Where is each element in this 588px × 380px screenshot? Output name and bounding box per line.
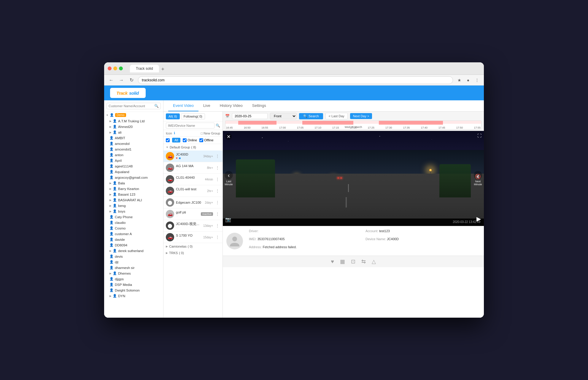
sidebar-item-atm[interactable]: ▶ 👤 A.T.M Truking Ltd [104, 118, 163, 124]
new-group-button[interactable]: □ New Group [201, 132, 220, 135]
tree-group-demo[interactable]: ▼ 👤 Demo [104, 112, 163, 118]
sidebar-item-claudio[interactable]: 👤 claudio [104, 220, 163, 225]
refresh-button[interactable]: ↻ [128, 77, 135, 84]
sidebar-item-bala[interactable]: ▶ 👤 Bala [104, 180, 163, 186]
video-fullscreen-button[interactable]: ⛶ [477, 133, 481, 138]
sidebar-item-argoxcoy[interactable]: 👤 argoxcoy@gmail.com [104, 175, 163, 180]
sidebar-item-amcendol1[interactable]: 👤 amcendol1 [104, 146, 163, 152]
sidebar-item-beng[interactable]: ▶ 👤 beng [104, 203, 163, 208]
device-time: 2day+ [205, 201, 213, 204]
browser-tab[interactable]: Track solid [130, 65, 159, 72]
sidebar-item-cosmo[interactable]: 👤 Cosmo [104, 225, 163, 231]
timeline-ruler[interactable]: 16:45 16:50 16:55 17:00 17:05 17:10 17:1… [225, 121, 481, 129]
grid-icon[interactable]: ▦ [340, 258, 345, 265]
checkbox-online[interactable] [183, 138, 187, 142]
capture-icon[interactable]: 📷 [225, 217, 231, 222]
sidebar-item-devis[interactable]: 👤 devis [104, 254, 163, 259]
more-button[interactable]: ⋮ [215, 176, 220, 182]
sidebar-item-djt[interactable]: 👤 djt [104, 259, 163, 265]
device-item-jc400d-vision[interactable]: ⬤ JC400D-视觉... ♡ 13day+ ⋮ [163, 220, 223, 232]
device-item-cl01-will[interactable]: 🚗 CL01-will test ♡ 2hr+ ⋮ [163, 185, 223, 197]
tab-live[interactable]: Live [198, 100, 215, 111]
tab-history-video[interactable]: History Video [215, 100, 247, 111]
camera-select[interactable]: Front Rear [270, 113, 297, 119]
sidebar-item-dharmesh[interactable]: 👤 dharmesh sir [104, 265, 163, 270]
group-header-default[interactable]: ▼ Default Group ( 8) [163, 144, 223, 151]
sidebar-item-basharat[interactable]: ▶ 👤 BASHARAT ALI [104, 197, 163, 203]
next-day-button[interactable]: Next Day > [350, 113, 372, 119]
time-label: 17:05 [297, 126, 304, 129]
forward-button[interactable]: → [118, 77, 125, 84]
more-button[interactable]: ⋮ [215, 211, 220, 217]
sidebar-search-input[interactable] [109, 104, 154, 108]
sidebar-item-ambit[interactable]: 👤 AMBIT [104, 135, 163, 141]
alert-icon[interactable]: △ [372, 258, 376, 265]
address-bar[interactable] [138, 76, 453, 84]
sidebar-item-amcendol[interactable]: 👤 amcendol [104, 141, 163, 146]
device-item-edgecam[interactable]: ⬤ Edgecam JC100 2day+ ⋮ [163, 197, 223, 208]
sidebar-item-dwight[interactable]: 👤 Dwight Solomon [104, 287, 163, 293]
sidebar-item-ahmed[interactable]: ▶ 👤 Ahmed20 [104, 124, 163, 129]
device-item-golf[interactable]: 🚗 golf pti ♡ Inactive ⋮ [163, 208, 223, 220]
sidebar-item-april[interactable]: 👤 April [104, 158, 163, 163]
device-item-cl01-40440[interactable]: 🚗 CL01-40440 ♡ 44min ⋮ [163, 174, 223, 185]
maximize-button[interactable] [119, 66, 123, 70]
group-header-camionetas[interactable]: ▶ Camionetas ( 0) [163, 243, 223, 250]
sidebar-item-boys[interactable]: ▶ 👤 boys [104, 208, 163, 214]
more-button[interactable]: ⋮ [215, 165, 220, 171]
sidebar-item-dd8094[interactable]: 👤 DD8094 [104, 242, 163, 248]
sidebar-item-anton[interactable]: 👤 anton [104, 152, 163, 158]
new-tab-button[interactable]: + [159, 66, 167, 72]
sidebar-item-derek[interactable]: ▶ 👤 derek sutherland [104, 248, 163, 254]
bookmark-icon[interactable]: ★ [456, 77, 463, 83]
sidebar-item-ali[interactable]: ▶ 👤 ali [104, 129, 163, 135]
more-button[interactable]: ⋮ [215, 234, 220, 240]
all-button[interactable]: All [172, 138, 180, 142]
last-day-button[interactable]: < Last Day [325, 113, 348, 119]
sidebar-item-aqualand[interactable]: 👤 Aqualand [104, 169, 163, 175]
filter-following-button[interactable]: Following( 0) [181, 113, 205, 119]
sidebar-item-basant[interactable]: ▶ 👤 Basant 123 [104, 191, 163, 197]
device-item-ag144ma[interactable]: 🚗 AG 144 MA ♡ 8hr+ ⋮ [163, 162, 223, 174]
close-button[interactable] [108, 66, 112, 70]
date-input[interactable] [232, 113, 268, 119]
device-search-input[interactable] [166, 123, 214, 129]
video-close-button[interactable]: ✕ [225, 133, 232, 140]
sidebar-item-davide[interactable]: 👤 davide [104, 237, 163, 242]
search-button[interactable]: 🔍 Search [299, 113, 323, 119]
checkbox-offline[interactable] [199, 138, 203, 142]
more-button[interactable]: ⋮ [215, 188, 220, 194]
device-meta: ♡ [176, 168, 205, 171]
sidebar-item-ageel[interactable]: 👤 ageel11148 [104, 163, 163, 169]
more-button[interactable]: ⋮ [215, 153, 220, 159]
share-icon[interactable]: ⇆ [361, 258, 366, 265]
icon-filter-row: Icon ℹ □ New Group [163, 130, 223, 137]
filter-all-button[interactable]: All( 8) [166, 113, 180, 119]
group-header-trks[interactable]: ▶ TRKS ( 0) [163, 250, 223, 256]
device-item-s1700[interactable]: 🚗 S 1700 YO ♡ 15day+ ⋮ [163, 232, 223, 243]
sidebar-item-dhemes[interactable]: ▶ 👤 Dhemes [104, 270, 163, 276]
device-item-jc400d[interactable]: 🚗 JC400D ♥ [163, 151, 223, 162]
volume-icon[interactable]: 🔇 [475, 174, 481, 179]
favorite-icon[interactable]: ♥ [331, 259, 334, 265]
minimize-button[interactable] [113, 66, 117, 70]
sidebar-item-caty[interactable]: 👤 Caty Phone [104, 214, 163, 220]
account-field: Account: test123 [365, 229, 481, 237]
sidebar-item-dyn[interactable]: ▶ 👤 DYN [104, 293, 163, 299]
profile-icon[interactable]: ● [465, 77, 471, 83]
copy-icon[interactable]: ⊡ [351, 258, 355, 265]
menu-icon[interactable]: ⋮ [474, 77, 480, 83]
sidebar-item-djjgps[interactable]: 👤 djjgps [104, 276, 163, 282]
tab-event-video[interactable]: Event Video [168, 100, 198, 111]
sidebar-item-customer-a[interactable]: 👤 customer A [104, 231, 163, 237]
back-button[interactable]: ← [108, 77, 115, 84]
more-button[interactable]: ⋮ [215, 200, 220, 205]
checkbox-all[interactable] [166, 138, 170, 142]
tab-settings[interactable]: Settings [247, 100, 271, 111]
group-name: Default Group [170, 145, 190, 149]
sidebar-item-barry[interactable]: ▶ 👤 Barry Kearton [104, 186, 163, 191]
device-info: CL01-40440 ♡ [176, 176, 203, 183]
prev-minute-button[interactable]: ‹ LastMinute [225, 171, 233, 186]
more-button[interactable]: ⋮ [215, 223, 220, 229]
sidebar-item-dsp[interactable]: 👤 DSP Media [104, 282, 163, 287]
